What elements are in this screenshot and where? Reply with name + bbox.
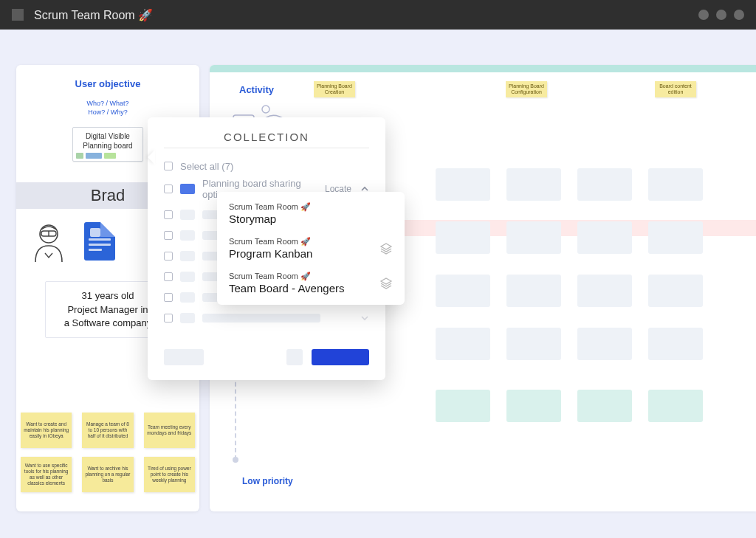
low-priority-label: Low priority <box>242 476 293 486</box>
window-titlebar: Scrum Team Room 🚀 <box>0 0 756 30</box>
sticky-note[interactable]: Want to use specific tools for his plann… <box>21 457 72 492</box>
sticky-note[interactable]: Manage a team of 8 to 10 persons with ha… <box>82 413 133 448</box>
persona-header: User objective <box>27 78 189 89</box>
activity-label: Activity <box>239 84 274 95</box>
locate-option[interactable]: Scrum Team Room 🚀 Program Kanban <box>217 231 405 266</box>
document-icon <box>84 222 115 263</box>
window-control-close[interactable] <box>734 10 744 20</box>
checkbox[interactable] <box>164 293 173 302</box>
color-swatch <box>180 184 195 194</box>
activity-sticky[interactable]: Board content edition <box>655 81 696 97</box>
activity-sticky[interactable]: Planning Board Creation <box>314 81 355 97</box>
select-all-row[interactable]: Select all (7) <box>164 156 369 176</box>
window-control-min[interactable] <box>698 10 709 20</box>
sticky-note[interactable]: Tired of using power point to create his… <box>144 457 195 492</box>
persona-stickies: Want to create and maintain his planning… <box>21 413 195 501</box>
locate-board-name: Program Kanban <box>229 247 372 260</box>
sticky-note[interactable]: Want to create and maintain his planning… <box>21 413 72 448</box>
checkbox[interactable] <box>164 314 173 323</box>
checkbox[interactable] <box>164 162 173 170</box>
layers-icon <box>379 242 393 255</box>
checkbox[interactable] <box>164 252 173 261</box>
board-header: Activity Planning Board Creation Plannin… <box>210 72 756 100</box>
checkbox[interactable] <box>164 184 173 193</box>
select-all-label: Select all (7) <box>180 161 233 172</box>
checkbox[interactable] <box>164 210 173 219</box>
square-button[interactable] <box>286 349 303 365</box>
persona-card-label: Digital Visible Planning board <box>83 132 132 150</box>
window-control-max[interactable] <box>716 10 726 20</box>
locate-room-label: Scrum Team Room 🚀 <box>229 202 393 212</box>
avatar-icon <box>31 222 66 263</box>
activity-sticky[interactable]: Planning Board Configuration <box>506 81 547 97</box>
sticky-note[interactable]: Want to archive his planning on a regula… <box>82 457 133 492</box>
persona-subheader: Who? / What? How? / Why? <box>27 100 189 117</box>
checkbox[interactable] <box>164 272 173 281</box>
locate-board-name: Team Board - Avengers <box>229 282 372 294</box>
locate-board-name: Storymap <box>229 213 393 225</box>
divider <box>164 148 369 148</box>
collection-title: COLLECTION <box>164 131 369 143</box>
locate-room-label: Scrum Team Room 🚀 <box>229 237 372 246</box>
board-accent <box>210 65 756 72</box>
locate-option[interactable]: Scrum Team Room 🚀 Team Board - Avengers <box>217 266 405 300</box>
layers-icon <box>379 277 393 290</box>
story-cards <box>436 168 741 443</box>
primary-button[interactable] <box>312 349 369 365</box>
locate-option[interactable]: Scrum Team Room 🚀 Storymap <box>217 196 405 231</box>
chevron-down-icon[interactable] <box>360 314 369 323</box>
svg-point-4 <box>262 106 269 113</box>
canvas[interactable]: User objective Who? / What? How? / Why? … <box>0 30 756 538</box>
sticky-note[interactable]: Team meeting every mondays and fridays <box>144 413 195 448</box>
checkbox[interactable] <box>164 231 173 240</box>
window-title: Scrum Team Room 🚀 <box>34 8 153 22</box>
collection-actions <box>164 349 369 365</box>
locate-room-label: Scrum Team Room 🚀 <box>229 272 372 281</box>
persona-card[interactable]: Digital Visible Planning board <box>72 127 143 162</box>
secondary-button[interactable] <box>164 349 204 365</box>
locate-dropdown: Scrum Team Room 🚀 Storymap Scrum Team Ro… <box>217 192 405 305</box>
app-icon <box>12 9 24 21</box>
